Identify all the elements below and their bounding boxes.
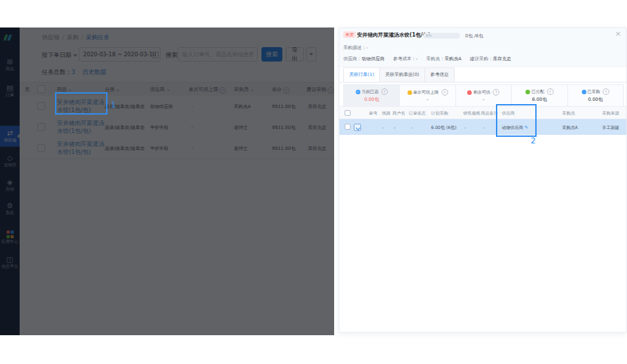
column-header-order-status: 订单状态 (409, 111, 426, 117)
row-checkbox[interactable] (345, 124, 351, 130)
close-icon[interactable] (615, 29, 621, 39)
source-cell: 手工新建 (602, 125, 619, 131)
annotation-number-2: 2 (531, 136, 536, 145)
info-icon (603, 88, 609, 95)
background-app-window: ⊞ 商品 ▤ 订单 ⇄ 供应链 ◇ 进销存 ◈ 营销 ⚙ 系统 应用中心 ◫ (0, 27, 334, 335)
stat-value: - (427, 97, 428, 102)
annotation-box-2 (496, 104, 537, 137)
status-cell: - (411, 125, 413, 130)
tab-related-orders[interactable]: 关联订单(1) (343, 67, 380, 82)
info-icon (547, 88, 554, 95)
info-icon (442, 89, 448, 96)
stat-current-selected: 当前已选 0.00包 (344, 85, 399, 106)
column-header-planned-purchase: 计划采购 (431, 111, 448, 117)
dim-overlay (0, 27, 334, 335)
stats-strip: 当前已选 0.00包 单次可供上限 - 剩余可供 - 已分配 6.00包 已采购… (343, 84, 624, 107)
allocated-circle-icon (525, 90, 530, 94)
info-line: 供应商：动物供应商 参考成本：- 采购员：采购员A 建议采购：库存充足 (343, 56, 511, 62)
dialog-title: 安井猪肉芹菜灌汤水饺(1包/包) (357, 31, 430, 39)
selected-order-row: - - - 6.00包 (6包) - - 动物供应商 采购员A 手工新建 (339, 119, 626, 135)
stat-value: 0.00包 (364, 96, 379, 103)
merchant-cell: - (394, 125, 395, 130)
column-header-buyer: 采购员 (562, 111, 575, 117)
stat-value: - (483, 97, 485, 102)
purchase-description: 采购描述：- (343, 45, 368, 51)
progress-percent: 0% (426, 33, 432, 37)
stat-supply-limit: 单次可供上限 - (400, 85, 455, 106)
stat-purchased: 已采购 0.00包 (568, 85, 623, 106)
spec-cell: - (465, 125, 466, 130)
column-header-order-no: 单号 (369, 111, 377, 117)
info-icon (381, 88, 388, 95)
stat-value: 6.00包 (532, 96, 547, 103)
annotation-number-1: 1 (111, 100, 116, 109)
stat-value: 0.00包 (588, 96, 603, 103)
remaining-circle-icon (467, 90, 472, 95)
select-all-checkbox[interactable] (345, 110, 351, 116)
orders-table-header: 单号 线路 商户名 订单状态 计划采购 销售规格 商品备注 供应商 采购员 采购… (339, 106, 626, 119)
remark-cell: - (483, 125, 484, 130)
progress-bar: 0% (423, 33, 460, 39)
planned-cell: 6.00包 (6包) (431, 125, 457, 131)
dialog-header: 未发 安井猪肉芹菜灌汤水饺(1包/包) 0% 0包 /6包 采购描述：- 供应商… (339, 28, 626, 67)
dialog-tabs: 关联订单(1) 关联采购单据(0) 参考信息 (339, 68, 626, 82)
column-header-sale-spec: 销售规格 (463, 111, 480, 117)
annotation-box-1 (55, 92, 107, 115)
status-badge: 未发 (343, 31, 356, 38)
expand-chevron-icon[interactable] (354, 124, 361, 131)
route-cell: - (382, 125, 383, 130)
purchase-task-dialog: 未发 安井猪肉芹菜灌汤水饺(1包/包) 0% 0包 /6包 采购描述：- 供应商… (339, 27, 627, 333)
info-icon (493, 89, 499, 96)
tab-related-purchase-docs[interactable]: 关联采购单据(0) (379, 67, 425, 82)
column-header-route: 线路 (382, 111, 390, 117)
purchased-circle-icon (582, 90, 586, 94)
progress-count: 0包 /6包 (465, 33, 484, 39)
buyer-cell: 采购员A (562, 125, 578, 131)
tab-reference-info[interactable]: 参考信息 (425, 67, 455, 82)
column-header-merchant: 商户名 (392, 111, 406, 117)
stat-remaining-supply: 剩余可供 - (456, 85, 511, 106)
column-header-purchase-source: 采购来源 (602, 111, 619, 117)
check-circle-icon (356, 90, 360, 94)
stat-allocated: 已分配 6.00包 (512, 85, 567, 106)
limit-circle-icon (408, 90, 412, 95)
